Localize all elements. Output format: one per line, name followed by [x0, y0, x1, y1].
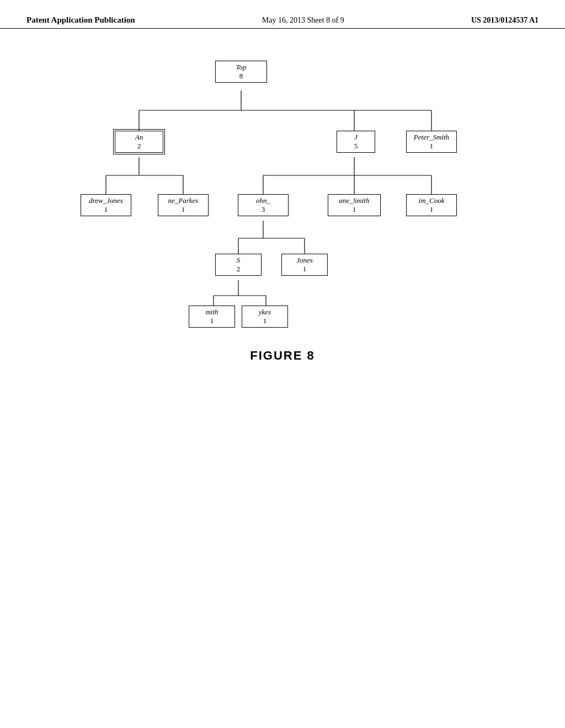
node-j: J 5	[337, 131, 375, 153]
node-s: S 2	[215, 254, 262, 276]
node-peter-smith: Peter_Smith 1	[406, 131, 457, 153]
node-drew-jones: drew_Jones 1	[81, 194, 131, 216]
figure-caption: FIGURE 8	[250, 349, 315, 363]
main-content: Top 8 An 2 J 5 Peter_Smith 1 drew_Jones …	[0, 29, 565, 385]
node-jones: Jones 1	[281, 254, 328, 276]
patent-number: US 2013/0124537 A1	[471, 16, 539, 25]
node-top: Top 8	[215, 61, 267, 83]
node-ohn: ohn_ 3	[238, 194, 289, 216]
node-ane-smith: ane_Smith 1	[328, 194, 381, 216]
page-header: Patent Application Publication May 16, 2…	[0, 0, 565, 29]
publication-type: Patent Application Publication	[26, 15, 135, 25]
tree-diagram: Top 8 An 2 J 5 Peter_Smith 1 drew_Jones …	[73, 51, 492, 338]
node-ykes: ykes 1	[242, 306, 288, 328]
node-ne-parkes: ne_Parkes 1	[158, 194, 209, 216]
publication-date-sheet: May 16, 2013 Sheet 8 of 9	[262, 16, 344, 25]
node-an: An 2	[115, 131, 163, 153]
node-mith: mith 1	[189, 306, 235, 328]
node-im-cook: im_Cook 1	[406, 194, 457, 216]
